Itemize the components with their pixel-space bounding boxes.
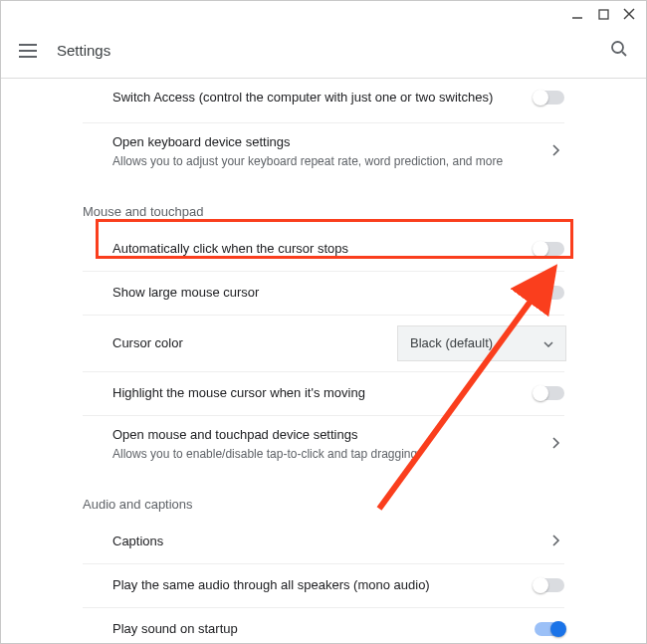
cursor-color-value: Black (default): [410, 335, 493, 350]
page-title: Settings: [57, 42, 110, 59]
content: Switch Access (control the computer with…: [1, 79, 646, 641]
svg-point-7: [612, 42, 623, 53]
highlight-cursor-toggle[interactable]: [535, 386, 564, 400]
header: Settings: [1, 23, 646, 79]
row-large-cursor[interactable]: Show large mouse cursor: [83, 271, 564, 315]
minimize-icon[interactable]: [570, 7, 584, 21]
autoclick-label: Automatically click when the cursor stop…: [112, 240, 535, 258]
dropdown-arrow-icon: [543, 335, 553, 350]
close-icon[interactable]: [622, 7, 636, 21]
chevron-right-icon: [548, 533, 564, 550]
section-mouse-title: Mouse and touchpad: [83, 204, 564, 219]
switch-access-label: Switch Access (control the computer with…: [112, 89, 535, 107]
autoclick-toggle[interactable]: [535, 242, 564, 256]
chevron-right-icon: [548, 435, 564, 453]
section-audio-title: Audio and captions: [83, 497, 564, 512]
row-open-mouse-settings[interactable]: Open mouse and touchpad device settings …: [83, 415, 564, 473]
svg-line-8: [622, 52, 626, 56]
row-open-keyboard-settings[interactable]: Open keyboard device settings Allows you…: [83, 122, 564, 180]
large-cursor-label: Show large mouse cursor: [112, 284, 535, 302]
open-keyboard-sub: Allows you to adjust your keyboard repea…: [112, 153, 548, 170]
window-controls: [570, 7, 636, 21]
cursor-color-label: Cursor color: [112, 334, 397, 352]
row-autoclick[interactable]: Automatically click when the cursor stop…: [83, 227, 564, 271]
chevron-right-icon: [548, 142, 564, 160]
open-mouse-label: Open mouse and touchpad device settings: [112, 426, 548, 444]
row-startup-sound[interactable]: Play sound on startup: [83, 607, 564, 641]
captions-label: Captions: [112, 533, 548, 550]
menu-icon[interactable]: [19, 44, 39, 58]
open-mouse-sub: Allows you to enable/disable tap-to-clic…: [112, 446, 548, 463]
cursor-color-dropdown[interactable]: Black (default): [397, 325, 566, 361]
maximize-icon[interactable]: [596, 7, 610, 21]
row-switch-access[interactable]: Switch Access (control the computer with…: [83, 79, 564, 122]
row-highlight-cursor[interactable]: Highlight the mouse cursor when it's mov…: [83, 371, 564, 415]
row-cursor-color: Cursor color Black (default): [83, 315, 564, 371]
mono-audio-toggle[interactable]: [535, 578, 564, 592]
row-captions[interactable]: Captions: [83, 520, 564, 563]
highlight-cursor-label: Highlight the mouse cursor when it's mov…: [112, 384, 535, 402]
row-mono-audio[interactable]: Play the same audio through all speakers…: [83, 563, 564, 607]
large-cursor-toggle[interactable]: [535, 286, 564, 300]
mono-audio-label: Play the same audio through all speakers…: [112, 576, 535, 594]
switch-access-toggle[interactable]: [535, 91, 564, 105]
open-keyboard-label: Open keyboard device settings: [112, 133, 548, 151]
startup-sound-label: Play sound on startup: [112, 620, 535, 638]
search-icon[interactable]: [610, 40, 628, 62]
startup-sound-toggle[interactable]: [535, 622, 564, 636]
svg-rect-1: [599, 10, 608, 19]
